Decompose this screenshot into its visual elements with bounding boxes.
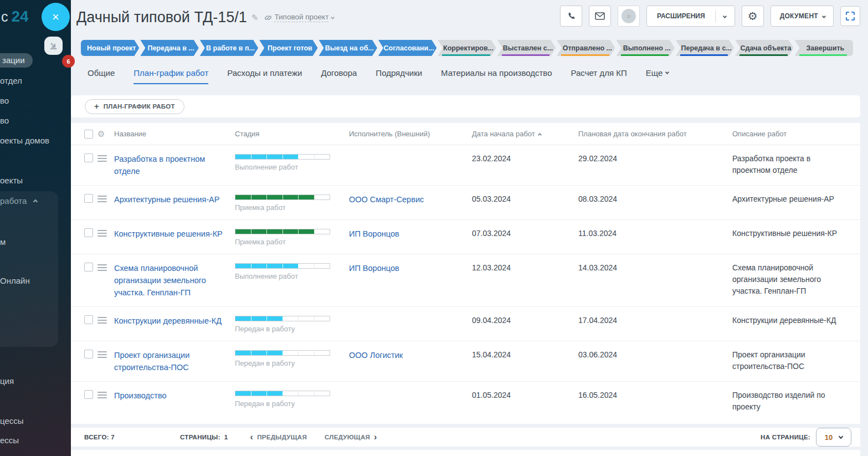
start-date: 15.04.2024	[472, 349, 578, 361]
pipeline-stage[interactable]: Новый проект	[81, 40, 139, 56]
sidebar-item-2[interactable]: во	[0, 96, 9, 105]
tab-more[interactable]: Еще	[646, 68, 669, 84]
email-button[interactable]	[589, 6, 611, 27]
pipeline-stage[interactable]: В работе в п...	[200, 40, 258, 56]
extensions-dropdown[interactable]	[716, 15, 735, 18]
stage-label: Передача в с...	[681, 44, 731, 52]
tab-work-schedule[interactable]: План-график работ	[133, 68, 208, 84]
executor-link[interactable]: ООО Смарт-Сервис	[349, 193, 432, 206]
chevron-down-icon	[839, 434, 843, 438]
collapse-menu-button[interactable]	[44, 37, 63, 55]
expand-button[interactable]	[840, 6, 860, 26]
end-date: 11.03.2024	[578, 228, 732, 239]
grid-settings-gear-icon[interactable]: ⚙	[97, 130, 114, 138]
pipeline-stage[interactable]: Проект готов	[259, 40, 317, 56]
tab-contracts[interactable]: Договора	[321, 68, 357, 84]
sidebar-item-processes[interactable]: цессы	[0, 416, 24, 426]
stage-label: Проект готов	[268, 44, 312, 52]
executor-link[interactable]: ООО Логистик	[349, 349, 410, 361]
tab-kp-calc[interactable]: Расчет для КП	[571, 68, 627, 84]
row-checkbox[interactable]	[84, 350, 93, 358]
call-button[interactable]	[560, 6, 582, 27]
row-checkbox[interactable]	[84, 194, 93, 203]
drag-handle-icon[interactable]	[97, 230, 107, 237]
row-checkbox[interactable]	[84, 315, 93, 324]
work-item-link[interactable]: Конструктивные решения-КР	[114, 228, 230, 240]
stage-label: Приемка работ	[235, 203, 349, 212]
pipeline-stage[interactable]: Передача в ...	[140, 40, 198, 56]
sidebar-item-projects[interactable]: оекты	[0, 176, 23, 185]
col-header-stage[interactable]: Стадия	[235, 130, 349, 138]
executor-link[interactable]: ИП Воронцов	[349, 228, 407, 240]
pipeline-stage[interactable]: Выезд на об...	[319, 40, 377, 56]
sidebar-item-department[interactable]: отдел	[0, 76, 22, 85]
drag-handle-icon[interactable]	[97, 392, 107, 398]
template-selector[interactable]: Типовой проект	[265, 13, 334, 22]
sidebar-item-online[interactable]: Онлайн	[0, 276, 30, 285]
pipeline-stage[interactable]: Отправлено ...	[557, 40, 615, 56]
sidebar-item-processes-2[interactable]: ессы	[0, 435, 19, 445]
drag-handle-icon[interactable]	[97, 196, 107, 202]
sidebar-item-3[interactable]: во	[0, 116, 9, 125]
main-content: Дачный типовой ТД-15/1 ✎ Типовой проект …	[71, 0, 868, 456]
1c-button[interactable]: ≡	[618, 6, 640, 27]
sidebar-item-9[interactable]: ция	[0, 376, 14, 386]
work-item-link[interactable]: Конструкции деревянные-КД	[114, 315, 229, 327]
work-item-link[interactable]: Производство	[114, 390, 174, 402]
row-checkbox[interactable]	[84, 390, 93, 399]
settings-button[interactable]: ⚙	[742, 6, 764, 27]
row-checkbox[interactable]	[84, 228, 93, 237]
pipeline-stage[interactable]: Согласовани...	[378, 40, 436, 56]
pipeline-stage[interactable]: Корректиров...	[438, 40, 496, 56]
pipeline-stage[interactable]: Передача в с...	[676, 40, 734, 56]
sidebar-active-section	[0, 191, 58, 347]
work-item-link[interactable]: Проект организации строительства-ПОС	[114, 349, 235, 373]
per-page-select[interactable]: 10	[816, 428, 851, 447]
stage-label: Передан в работу	[235, 359, 349, 367]
col-header-executor[interactable]: Исполнитель (Внешний)	[349, 130, 472, 138]
prev-page-button[interactable]: ‹ ПРЕДЫДУЩАЯ	[250, 433, 306, 442]
start-date: 05.03.2024	[472, 193, 578, 205]
drag-handle-icon[interactable]	[97, 155, 107, 162]
pipeline-stage[interactable]: Завершить	[795, 40, 853, 56]
drag-handle-icon[interactable]	[97, 264, 107, 271]
add-schedule-button[interactable]: + ПЛАН-ГРАФИК РАБОТ	[85, 99, 184, 114]
row-checkbox[interactable]	[84, 153, 93, 162]
col-header-start-date[interactable]: Дата начала работ	[472, 130, 578, 138]
tab-general[interactable]: Общие	[88, 68, 115, 84]
close-button[interactable]: ×	[42, 3, 70, 31]
drag-handle-icon[interactable]	[97, 317, 107, 324]
pages-count: СТРАНИЦЫ: 1	[180, 434, 228, 440]
extensions-button[interactable]: РАСШИРЕНИЯ	[646, 6, 735, 27]
document-button[interactable]: ДОКУМЕНТ	[771, 6, 834, 27]
table-row: Проект организации строительства-ПОС Пер…	[71, 341, 860, 382]
tab-materials[interactable]: Материалы на производство	[441, 68, 552, 84]
next-page-button[interactable]: СЛЕДУЮЩАЯ ›	[325, 433, 377, 442]
mail-icon	[595, 12, 605, 20]
col-header-description[interactable]: Описание работ	[732, 130, 851, 138]
tab-contractors[interactable]: Подрядчики	[376, 68, 422, 84]
sidebar-item-7[interactable]: м	[0, 237, 6, 247]
sidebar-item-house-projects[interactable]: оекты домов	[0, 136, 49, 145]
chevron-down-icon	[665, 70, 669, 74]
pipeline-stage[interactable]: Выполнено ...	[617, 40, 675, 56]
sidebar-section-work[interactable]: работа	[0, 196, 37, 206]
next-chevron-icon: ›	[374, 433, 377, 442]
col-header-end-date[interactable]: Плановая дата окончания работ	[578, 130, 732, 138]
work-item-link[interactable]: Схема планировочной организации земельно…	[114, 262, 235, 299]
1c-icon: ≡	[622, 9, 636, 23]
pipeline-stage[interactable]: Сдача объекта	[735, 40, 793, 56]
work-description: Конструкции деревянные-КД	[732, 315, 851, 326]
work-item-link[interactable]: Архитектурные решения-АР	[114, 193, 227, 206]
tab-expenses[interactable]: Расходы и платежи	[227, 68, 302, 84]
sidebar-item-organizations[interactable]: зации	[0, 53, 33, 68]
select-all-checkbox[interactable]	[84, 130, 93, 139]
row-checkbox[interactable]	[84, 263, 93, 271]
edit-pencil-icon[interactable]: ✎	[251, 13, 259, 23]
end-date: 08.03.2024	[578, 193, 732, 205]
work-item-link[interactable]: Разработка в проектном отделе	[114, 153, 235, 177]
drag-handle-icon[interactable]	[97, 351, 107, 358]
pipeline-stage[interactable]: Выставлен с...	[497, 40, 556, 56]
col-header-name[interactable]: Название	[114, 130, 235, 138]
executor-link[interactable]: ИП Воронцов	[349, 262, 407, 274]
